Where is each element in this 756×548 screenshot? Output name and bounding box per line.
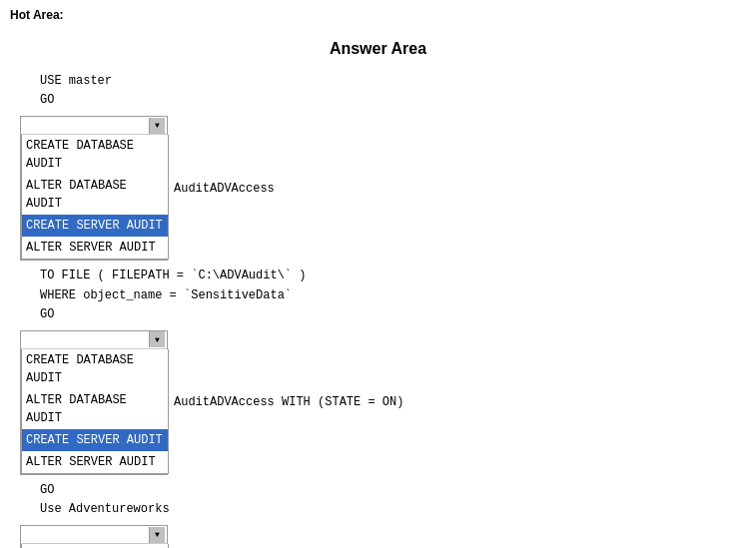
dropdown-3-selected[interactable]: ▼ — [21, 526, 167, 544]
answer-area-title: Answer Area — [20, 40, 736, 58]
option-create-database-audit[interactable]: CREATE DATABASE AUDIT — [22, 349, 168, 389]
option-alter-server-audit[interactable]: ALTER SERVER AUDIT — [22, 237, 168, 259]
dropdown-row-3: ▼ CREATE DATABASE AUDIT ALTER DATABASE A… — [20, 525, 736, 548]
dropdown-row-1: ▼ CREATE DATABASE AUDIT ALTER DATABASE A… — [20, 116, 736, 261]
dropdown-1-arrow[interactable]: ▼ — [149, 118, 165, 134]
dd2-suffix: AuditADVAccess WITH (STATE = ON) — [174, 395, 403, 409]
option-alter-database-audit[interactable]: ALTER DATABASE AUDIT — [22, 389, 168, 429]
dropdown-2-arrow[interactable]: ▼ — [149, 331, 165, 347]
dropdown-3-arrow[interactable]: ▼ — [149, 527, 165, 543]
option-create-database-audit[interactable]: CREATE DATABASE AUDIT — [22, 544, 168, 548]
dropdown-1-options[interactable]: CREATE DATABASE AUDIT ALTER DATABASE AUD… — [21, 135, 169, 260]
answer-area-container: Answer Area USE master GO ▼ CREATE DATAB… — [0, 30, 756, 548]
dropdown-2-selected[interactable]: ▼ — [21, 331, 167, 349]
dropdown-3-options[interactable]: CREATE DATABASE AUDIT ALTER DATABASE AUD… — [21, 544, 169, 548]
dropdown-3[interactable]: ▼ CREATE DATABASE AUDIT ALTER DATABASE A… — [20, 525, 168, 548]
option-alter-server-audit[interactable]: ALTER SERVER AUDIT — [22, 451, 168, 473]
dropdown-1-selected[interactable]: ▼ — [21, 117, 167, 135]
hot-area-label: Hot Area: — [0, 0, 756, 30]
code-use-master: USE master GO — [40, 72, 736, 110]
dropdown-1[interactable]: ▼ CREATE DATABASE AUDIT ALTER DATABASE A… — [20, 116, 168, 261]
dd1-suffix: AuditADVAccess — [174, 182, 275, 196]
option-alter-database-audit[interactable]: ALTER DATABASE AUDIT — [22, 175, 168, 215]
code-filepath: TO FILE ( FILEPATH = `C:\ADVAudit\` ) WH… — [40, 267, 736, 324]
dropdown-row-2: ▼ CREATE DATABASE AUDIT ALTER DATABASE A… — [20, 330, 736, 475]
option-create-server-audit[interactable]: CREATE SERVER AUDIT — [22, 215, 168, 237]
option-create-database-audit[interactable]: CREATE DATABASE AUDIT — [22, 135, 168, 175]
option-create-server-audit[interactable]: CREATE SERVER AUDIT — [22, 429, 168, 451]
dropdown-2[interactable]: ▼ CREATE DATABASE AUDIT ALTER DATABASE A… — [20, 330, 168, 475]
code-go-adventureworks: GO Use Adventureworks — [40, 481, 736, 519]
dropdown-2-options[interactable]: CREATE DATABASE AUDIT ALTER DATABASE AUD… — [21, 349, 169, 474]
